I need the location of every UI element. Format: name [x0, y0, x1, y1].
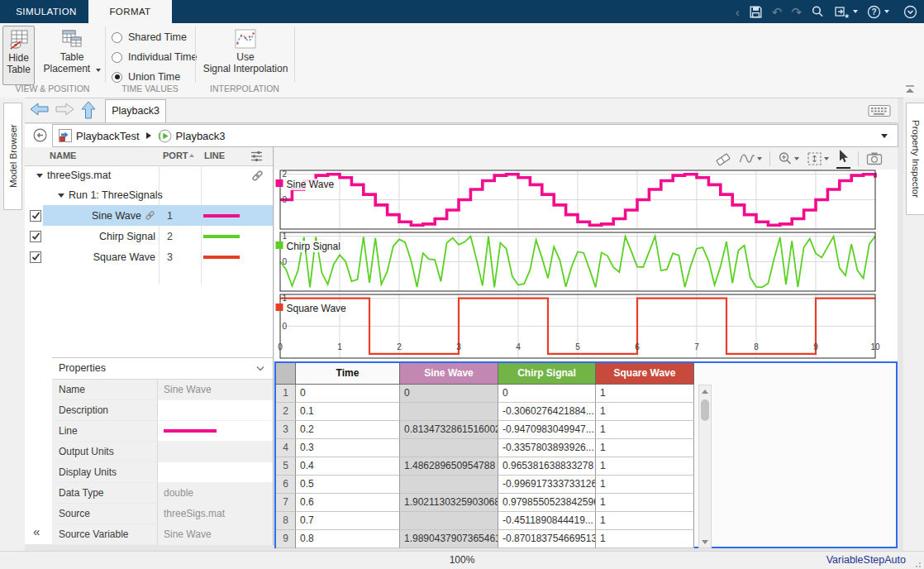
table-scrollbar[interactable]	[698, 385, 712, 548]
table-cell[interactable]: 1.9890437907365461	[400, 530, 498, 548]
property-row-display-units[interactable]: Display Units	[52, 462, 273, 483]
table-cell[interactable]: 1	[596, 512, 694, 530]
property-value[interactable]	[158, 421, 273, 442]
column-port[interactable]: PORT	[163, 151, 188, 160]
document-tab-playback3[interactable]: Playback3	[105, 99, 166, 122]
table-cell[interactable]: 0.7	[296, 512, 400, 530]
table-cell[interactable]: -0.9470983049947...	[498, 421, 596, 439]
property-inspector-tab[interactable]: Property Inspector	[906, 103, 924, 215]
table-cell[interactable]: 1.486289650954788	[400, 457, 498, 476]
radio-button-icon[interactable]	[112, 52, 122, 63]
table-cell[interactable]: 0	[400, 385, 498, 403]
column-header-chirp-signal[interactable]: Chirp Signal	[498, 363, 596, 385]
data-table[interactable]: TimeSine WaveChirp SignalSquare Wave1000…	[274, 361, 898, 548]
panel-back-button[interactable]	[33, 128, 47, 142]
plots-svg[interactable]: 20Sine Wave10Chirp Signal10Square Wave01…	[274, 170, 898, 361]
breadcrumb-dropdown-icon[interactable]	[881, 134, 888, 138]
scrollbar-thumb[interactable]	[701, 399, 709, 421]
table-cell[interactable]: -0.996917333733126	[498, 476, 596, 494]
property-value[interactable]	[158, 400, 273, 421]
table-cell[interactable]: 1	[596, 385, 694, 403]
table-cell[interactable]	[400, 476, 498, 494]
radio-shared-time[interactable]: Shared Time	[112, 27, 197, 47]
property-row-output-units[interactable]: Output Units	[52, 442, 273, 462]
property-row-data-type[interactable]: Data Typedouble	[52, 483, 273, 504]
table-cell[interactable]: 1	[596, 530, 694, 548]
table-cell[interactable]: -0.870183754669513	[498, 530, 596, 548]
property-row-name[interactable]: NameSine Wave	[52, 380, 273, 400]
use-signal-interpolation-button[interactable]: Use Signal Interpolation	[198, 26, 293, 84]
forward-icon[interactable]	[55, 102, 74, 117]
property-row-source-variable[interactable]: Source VariableSine Wave	[52, 524, 273, 545]
tree-row-file[interactable]: threeSigs.mat	[25, 165, 273, 185]
table-cell[interactable]: 0.9798550523842596	[498, 494, 596, 512]
keyboard-icon[interactable]	[868, 104, 891, 117]
table-cell[interactable]: -0.3060276421884...	[498, 403, 596, 421]
column-header-sine-wave[interactable]: Sine Wave	[400, 363, 498, 385]
scroll-down-icon[interactable]	[699, 536, 711, 547]
undo-icon[interactable]: ↶	[772, 6, 783, 18]
scroll-up-icon[interactable]	[699, 385, 711, 397]
signal-row-square-wave[interactable]: Square Wave3	[25, 246, 273, 267]
breadcrumb-item-model[interactable]: PlaybackTest	[76, 130, 140, 142]
property-row-line[interactable]: Line	[52, 421, 273, 442]
table-cell[interactable]: 0.4	[296, 457, 400, 476]
search-icon[interactable]	[811, 5, 825, 19]
table-cell[interactable]: 0.8	[296, 530, 400, 548]
tab-format[interactable]: FORMAT	[88, 0, 172, 23]
table-cell[interactable]: 1	[596, 421, 694, 439]
column-header-time[interactable]: Time	[296, 363, 400, 385]
table-cell[interactable]: 0.2	[296, 421, 400, 439]
table-placement-button[interactable]: Table Placement	[38, 26, 106, 84]
filter-icon[interactable]	[250, 150, 264, 163]
table-cell[interactable]: 1	[596, 457, 694, 476]
zoom-in-button[interactable]	[778, 151, 799, 166]
redo-icon[interactable]: ↷	[791, 6, 802, 18]
signal-row-chirp-signal[interactable]: Chirp Signal2	[25, 226, 273, 246]
table-cell[interactable]: 0.1	[296, 403, 400, 421]
collapse-ribbon-icon[interactable]	[903, 5, 917, 19]
eraser-icon[interactable]	[715, 151, 731, 166]
signal-checkbox[interactable]	[30, 231, 41, 242]
table-cell[interactable]: -0.4511890844419...	[498, 512, 596, 530]
table-cell[interactable]: 0	[498, 385, 596, 403]
breadcrumb-item-playback3[interactable]: Playback3	[176, 130, 226, 142]
plot-area[interactable]: 20Sine Wave10Chirp Signal10Square Wave01…	[274, 170, 898, 361]
table-cell[interactable]: 0.5	[296, 476, 400, 494]
table-cell[interactable]	[400, 439, 498, 457]
radio-individual-time[interactable]: Individual Time	[112, 47, 197, 67]
table-cell[interactable]: 1	[596, 403, 694, 421]
tab-simulation[interactable]: SIMULATION	[5, 0, 88, 23]
table-cell[interactable]: 0.8134732861516002	[400, 421, 498, 439]
table-cell[interactable]: 0.6	[296, 494, 400, 512]
table-corner-cell[interactable]	[276, 363, 296, 385]
resize-grip-icon[interactable]	[913, 560, 922, 568]
back-icon[interactable]	[30, 102, 50, 117]
collapse-caret-icon[interactable]	[36, 174, 43, 178]
pointer-tool-button[interactable]	[836, 149, 850, 169]
properties-header[interactable]: Properties	[52, 358, 273, 380]
table-cell[interactable]	[400, 403, 498, 421]
radio-button-icon[interactable]	[112, 72, 122, 83]
property-value[interactable]	[158, 462, 273, 483]
solver-setting[interactable]: VariableStepAuto	[826, 554, 906, 566]
table-cell[interactable]: 1	[596, 494, 694, 512]
signal-menu-button[interactable]	[739, 151, 762, 166]
column-line[interactable]: LINE	[204, 151, 225, 160]
signal-row-sine-wave[interactable]: Sine Wave1	[25, 205, 273, 226]
table-cell[interactable]: 1.9021130325903068	[400, 494, 498, 512]
property-row-description[interactable]: Description	[52, 400, 273, 421]
radio-button-icon[interactable]	[112, 32, 122, 43]
fit-to-view-button[interactable]	[807, 151, 829, 166]
table-cell[interactable]	[400, 512, 498, 530]
table-cell[interactable]: -0.3357803893926...	[498, 439, 596, 457]
up-icon[interactable]	[81, 101, 96, 119]
model-browser-tab[interactable]: Model Browser	[3, 103, 22, 210]
signal-checkbox[interactable]	[30, 251, 41, 263]
signal-checkbox[interactable]	[30, 210, 41, 222]
table-cell[interactable]: 1	[596, 476, 694, 494]
collapse-sidebar-button[interactable]: «	[33, 524, 40, 538]
property-row-source[interactable]: SourcethreeSigs.mat	[52, 504, 273, 524]
column-header-square-wave[interactable]: Square Wave	[596, 363, 694, 385]
table-cell[interactable]: 0.965381638833278	[498, 457, 596, 476]
